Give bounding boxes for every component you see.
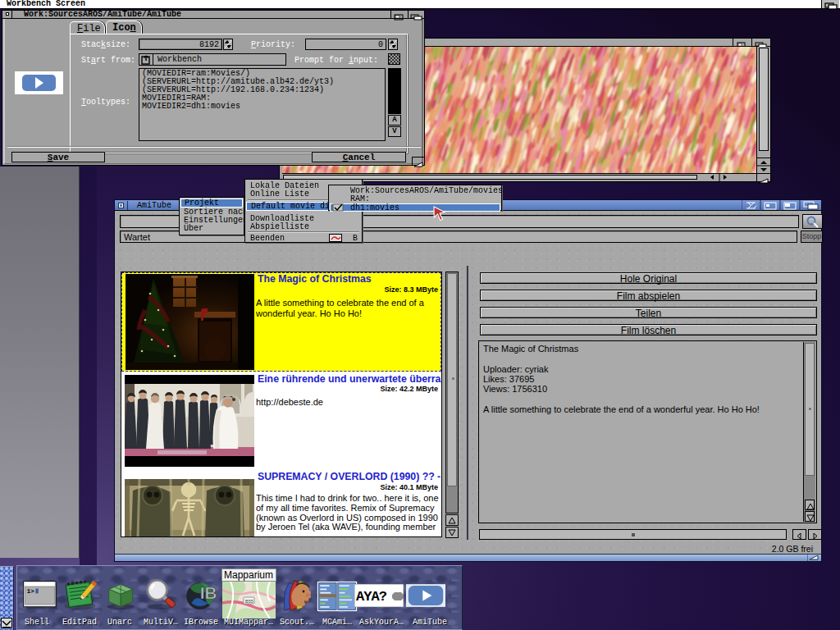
svg-text:B55: B55 xyxy=(245,599,253,604)
svg-text:1>: 1> xyxy=(27,588,34,595)
svg-text:IB: IB xyxy=(200,583,217,602)
svg-text:AYA?: AYA? xyxy=(356,589,387,605)
